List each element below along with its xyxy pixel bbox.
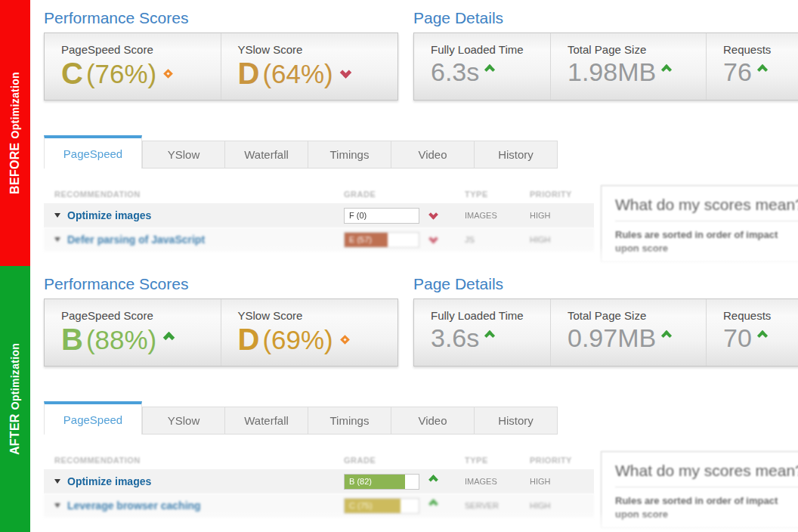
col-recommendation: RECOMMENDATION <box>44 456 344 465</box>
total-page-size-label: Total Page Size <box>568 309 706 322</box>
scores-info-panel: What do my scores mean? Rules are sorted… <box>601 185 798 262</box>
expand-triangle-icon[interactable] <box>54 237 60 242</box>
after-band-label: AFTEROptimization <box>8 343 22 455</box>
grade-bar: E (57) <box>344 232 419 248</box>
table-header-row: RECOMMENDATION GRADE TYPE PRIORITY <box>44 185 594 203</box>
up-trend-icon <box>484 330 495 341</box>
up-trend-icon <box>163 331 175 343</box>
down-trend-icon <box>428 209 438 219</box>
up-trend-icon <box>484 64 495 75</box>
grade-bar: F (0) <box>344 208 419 224</box>
down-trend-icon <box>339 66 351 79</box>
col-grade: GRADE <box>344 190 465 199</box>
after-content: Performance Scores PageSpeed Score B (88… <box>30 266 798 532</box>
row-type: IMAGES <box>465 477 530 486</box>
table-row: Optimize images B (82) IMAGES HIGH <box>44 469 594 493</box>
requests-label: Requests <box>723 43 798 56</box>
fully-loaded-time-cell: Fully Loaded Time 6.3s <box>414 33 551 100</box>
col-type: TYPE <box>465 190 530 199</box>
recommendation-link[interactable]: Defer parsing of JavaScript <box>67 234 205 246</box>
recommendations-table: RECOMMENDATION GRADE TYPE PRIORITY Optim… <box>44 185 594 252</box>
tab-video[interactable]: Video <box>391 141 475 169</box>
recommendation-link[interactable]: Leverage browser caching <box>67 500 201 512</box>
before-band-word: BEFORE <box>8 142 21 193</box>
row-type: JS <box>465 235 530 244</box>
before-content: Performance Scores PageSpeed Score C (76… <box>30 0 798 266</box>
row-type: IMAGES <box>465 211 530 220</box>
tab-yslow[interactable]: YSlow <box>142 407 225 435</box>
requests-label: Requests <box>723 309 798 322</box>
fully-loaded-time-value: 6.3s <box>431 59 479 85</box>
up-trend-icon <box>428 499 438 509</box>
down-trend-icon <box>428 234 438 243</box>
yslow-grade: D <box>238 58 260 88</box>
total-page-size-cell: Total Page Size 0.97MB <box>551 299 707 366</box>
fully-loaded-time-value: 3.6s <box>431 325 479 351</box>
grade-bar: C (75) <box>344 498 419 514</box>
tab-waterfall[interactable]: Waterfall <box>225 141 308 169</box>
grade-label: C (75) <box>349 501 373 510</box>
recommendation-link[interactable]: Optimize images <box>67 475 151 487</box>
table-row: Leverage browser caching C (75) SERVER H… <box>44 493 594 518</box>
table-row: Optimize images F (0) IMAGES HIGH <box>44 203 594 227</box>
col-grade: GRADE <box>344 456 465 465</box>
pagespeed-percent: (76%) <box>86 60 156 87</box>
pagespeed-score-label: PageSpeed Score <box>61 43 221 56</box>
tab-video[interactable]: Video <box>391 407 475 435</box>
page-details-title: Page Details <box>413 275 798 293</box>
after-section: AFTEROptimization Performance Scores Pag… <box>0 266 798 532</box>
expand-triangle-icon[interactable] <box>54 503 60 508</box>
recommendations-table: RECOMMENDATION GRADE TYPE PRIORITY Optim… <box>44 451 594 518</box>
col-priority: PRIORITY <box>530 456 594 465</box>
requests-value: 76 <box>723 59 752 85</box>
page-details-card: Fully Loaded Time 3.6s Total Page Size 0… <box>413 298 798 367</box>
expand-triangle-icon[interactable] <box>54 479 60 484</box>
grade-label: E (57) <box>349 235 372 244</box>
col-type: TYPE <box>465 456 530 465</box>
yslow-score-label: YSlow Score <box>238 43 398 56</box>
tab-pagespeed[interactable]: PageSpeed <box>44 135 142 169</box>
row-type: SERVER <box>465 501 530 510</box>
performance-scores-card: PageSpeed Score B (88%) YSlow Score D (6… <box>44 298 398 367</box>
yslow-score-cell: YSlow Score D (69%) <box>221 299 398 366</box>
total-page-size-value: 0.97MB <box>568 325 656 351</box>
row-priority: HIGH <box>530 501 594 510</box>
row-priority: HIGH <box>530 235 594 244</box>
tab-waterfall[interactable]: Waterfall <box>225 407 308 435</box>
scores-info-title: What do my scores mean? <box>615 196 798 221</box>
tab-pagespeed[interactable]: PageSpeed <box>44 401 142 435</box>
up-trend-icon <box>757 64 768 75</box>
pagespeed-grade: B <box>61 324 83 354</box>
table-header-row: RECOMMENDATION GRADE TYPE PRIORITY <box>44 451 594 469</box>
requests-cell: Requests 76 <box>707 33 798 100</box>
col-priority: PRIORITY <box>530 190 594 199</box>
up-trend-icon <box>661 330 672 341</box>
requests-value: 70 <box>723 325 752 351</box>
fully-loaded-time-label: Fully Loaded Time <box>431 309 550 322</box>
col-recommendation: RECOMMENDATION <box>44 190 344 199</box>
requests-cell: Requests 70 <box>707 299 798 366</box>
recommendation-link[interactable]: Optimize images <box>67 209 151 221</box>
expand-triangle-icon[interactable] <box>54 213 60 218</box>
fully-loaded-time-cell: Fully Loaded Time 3.6s <box>414 299 551 366</box>
total-page-size-label: Total Page Size <box>568 43 706 56</box>
yslow-score-cell: YSlow Score D (64%) <box>221 33 398 100</box>
yslow-percent: (64%) <box>262 60 332 87</box>
row-priority: HIGH <box>530 211 594 220</box>
diamond-trend-icon <box>340 335 350 345</box>
total-page-size-value: 1.98MB <box>568 59 656 85</box>
report-tabs: PageSpeed YSlow Waterfall Timings Video … <box>44 401 798 435</box>
row-priority: HIGH <box>530 477 594 486</box>
tab-history[interactable]: History <box>475 407 558 435</box>
scores-info-note: Rules are sorted in order of impact upon… <box>615 494 798 521</box>
pagespeed-score-cell: PageSpeed Score B (88%) <box>45 299 221 366</box>
tab-history[interactable]: History <box>475 141 558 169</box>
table-row: Defer parsing of JavaScript E (57) JS HI… <box>44 227 594 252</box>
performance-scores-title: Performance Scores <box>44 9 398 27</box>
tab-timings[interactable]: Timings <box>308 141 391 169</box>
yslow-percent: (69%) <box>262 326 332 353</box>
scores-info-note: Rules are sorted in order of impact upon… <box>615 228 798 255</box>
tab-yslow[interactable]: YSlow <box>142 141 225 169</box>
before-band-rest: Optimization <box>9 72 21 138</box>
tab-timings[interactable]: Timings <box>308 407 391 435</box>
